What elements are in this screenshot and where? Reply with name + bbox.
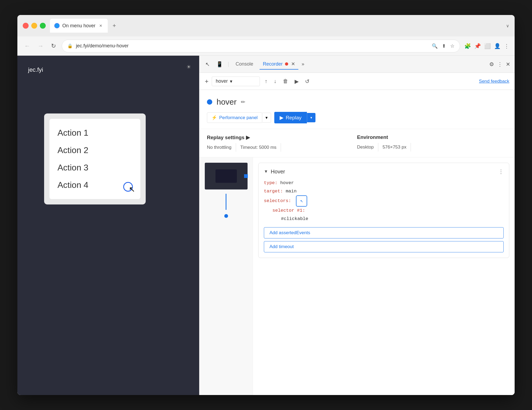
address-bar: ← → ↻ 🔒 jec.fyi/demo/menu-hover 🔍 ⬆ ☆ 🧩 … <box>17 36 515 56</box>
play-button[interactable]: ▶ <box>293 77 300 86</box>
perf-icon: ⚡ <box>211 115 217 120</box>
timeline-item <box>205 163 247 189</box>
menu-item-3[interactable]: Action 3 <box>57 159 132 176</box>
step-title: ▼ Hover <box>264 169 285 175</box>
devtools-kebab-button[interactable]: ⋮ <box>497 61 503 67</box>
cursor-arrow: ↖ <box>129 185 135 194</box>
close-recorder-tab[interactable]: ✕ <box>291 61 295 67</box>
content-area: jec.fyi ☀ Action 1 Action 2 Action 3 Act… <box>17 56 515 395</box>
edit-recording-name-button[interactable]: ✏ <box>241 99 245 105</box>
step-kebab-button[interactable]: ⋮ <box>498 168 504 175</box>
browser-tab[interactable]: 🌐 On menu hover ✕ <box>50 19 108 33</box>
tab-expand-button[interactable]: ∨ <box>506 23 509 28</box>
close-traffic-light[interactable] <box>23 23 29 29</box>
more-tabs-button[interactable]: » <box>302 61 304 67</box>
add-recording-button[interactable]: + <box>205 78 209 85</box>
replay-dropdown-button[interactable]: ▾ <box>307 113 315 122</box>
bookmark-icon[interactable]: ☆ <box>450 43 454 49</box>
environment-section: Environment Desktop 576×753 px <box>357 134 507 151</box>
type-line: type: hover <box>264 179 504 187</box>
step-action-buttons: Add assertedEvents Add timeout <box>264 227 504 252</box>
timeline-track <box>199 157 253 395</box>
devtools-toolbar: ↖ 📱 | Console Recorder ✕ » ⚙ ⋮ ✕ <box>199 56 515 73</box>
profile-icon[interactable]: 👤 <box>494 43 501 49</box>
target-key: target: <box>264 189 283 194</box>
recording-status-dot <box>207 99 212 105</box>
step-collapse-icon[interactable]: ▼ <box>264 169 268 174</box>
share-icon[interactable]: ⬆ <box>442 43 446 49</box>
recording-header: hover ✏ ⚡ Performance panel ▾ ▶ <box>199 90 515 129</box>
maximize-traffic-light[interactable] <box>40 23 46 29</box>
tab-bar: 🌐 On menu hover ✕ + ∨ <box>50 19 509 33</box>
recorder-tab[interactable]: Recorder ✕ <box>260 59 298 70</box>
console-tab[interactable]: Console <box>232 59 256 69</box>
selectors-key: selectors: <box>264 199 291 204</box>
cursor-indicator: ↖ <box>123 182 135 194</box>
add-timeout-button[interactable]: Add timeout <box>264 241 504 252</box>
replay-settings-arrow: ▶ <box>246 134 250 141</box>
traffic-lights <box>23 23 46 29</box>
minimize-traffic-light[interactable] <box>31 23 37 29</box>
puzzle-icon[interactable]: 🧩 <box>464 43 471 49</box>
search-icon[interactable]: 🔍 <box>432 43 438 49</box>
target-val: main <box>286 189 297 194</box>
back-button[interactable]: ← <box>23 41 32 51</box>
pin-icon[interactable]: 📌 <box>474 43 481 49</box>
throttling-label: No throttling <box>207 143 236 152</box>
hover-step-section: ▼ Hover ⋮ type: hover target: <box>258 163 509 258</box>
forward-button[interactable]: → <box>36 41 45 51</box>
address-text: jec.fyi/demo/menu-hover <box>76 43 429 49</box>
inspect-icon[interactable]: ↖ <box>204 59 211 69</box>
selectors-line: selectors: ↖ <box>264 195 504 207</box>
menu-item-4[interactable]: Action 4 <box>57 176 132 194</box>
tab-favicon: 🌐 <box>54 23 60 28</box>
dropdown-chevron-icon: ▾ <box>230 78 232 84</box>
timeout-label: Timeout: 5000 ms <box>236 143 281 152</box>
timeline-thumbnail <box>205 163 248 189</box>
menu-item-1[interactable]: Action 1 <box>57 124 132 142</box>
thumbnail-preview <box>215 169 237 183</box>
tab-close-button[interactable]: ✕ <box>98 23 103 28</box>
toolbar-separator: | <box>228 61 229 67</box>
step-code-block: type: hover target: main selectors: ↖ <box>264 179 504 223</box>
export-button[interactable]: ↑ <box>263 77 269 86</box>
recording-select-value: hover <box>216 78 228 84</box>
extension-icons: 🧩 📌 ⬜ 👤 ⋮ <box>464 43 509 49</box>
device-icon[interactable]: 📱 <box>215 59 225 69</box>
devtools-close-button[interactable]: ✕ <box>506 61 510 67</box>
timeline-area: ▼ Hover ⋮ type: hover target: <box>199 157 515 395</box>
performance-panel-button[interactable]: ⚡ Performance panel <box>207 112 262 123</box>
address-field[interactable]: 🔒 jec.fyi/demo/menu-hover 🔍 ⬆ ☆ <box>62 40 460 52</box>
target-line: target: main <box>264 187 504 196</box>
perf-panel-dropdown[interactable]: ▾ <box>262 113 271 123</box>
detail-area: ▼ Hover ⋮ type: hover target: <box>253 157 515 395</box>
undo-button[interactable]: ↺ <box>303 77 311 86</box>
replay-group: ▶ Replay ▾ <box>274 112 315 123</box>
page-theme-button[interactable]: ☀ <box>186 64 191 70</box>
devtools-settings-button[interactable]: ⚙ <box>489 61 494 67</box>
selector-val: #clickable <box>281 216 308 221</box>
resolution-label: 576×753 px <box>378 143 411 151</box>
add-asserted-events-button[interactable]: Add assertedEvents <box>264 227 504 238</box>
recording-actions: ⚡ Performance panel ▾ ▶ Replay ▾ <box>207 112 507 123</box>
selector-tool-icon[interactable]: ↖ <box>296 195 307 207</box>
download-button[interactable]: ↓ <box>272 77 278 86</box>
type-val: hover <box>280 180 294 185</box>
timeline-indicator-dot <box>244 174 248 178</box>
menu-icon[interactable]: ⋮ <box>504 43 509 49</box>
layout-icon[interactable]: ⬜ <box>484 43 491 49</box>
settings-bar: Replay settings ▶ No throttling Timeout:… <box>199 129 515 157</box>
reload-button[interactable]: ↻ <box>49 41 57 51</box>
devtools-panel: ↖ 📱 | Console Recorder ✕ » ⚙ ⋮ ✕ + ho <box>199 56 515 395</box>
recording-select[interactable]: hover ▾ <box>212 77 260 86</box>
replay-button[interactable]: ▶ Replay <box>274 112 307 123</box>
delete-button[interactable]: 🗑 <box>281 77 290 86</box>
menu-container: Action 1 Action 2 Action 3 Action 4 ↖ <box>44 113 146 204</box>
replay-label: Replay <box>286 115 302 121</box>
lock-icon: 🔒 <box>67 43 73 48</box>
menu-item-2[interactable]: Action 2 <box>57 142 132 159</box>
new-tab-button[interactable]: + <box>110 21 119 30</box>
replay-settings-title[interactable]: Replay settings ▶ <box>207 134 357 141</box>
browser-window: 🌐 On menu hover ✕ + ∨ ← → ↻ 🔒 jec.fyi/de… <box>17 15 515 395</box>
send-feedback-link[interactable]: Send feedback <box>479 79 509 84</box>
